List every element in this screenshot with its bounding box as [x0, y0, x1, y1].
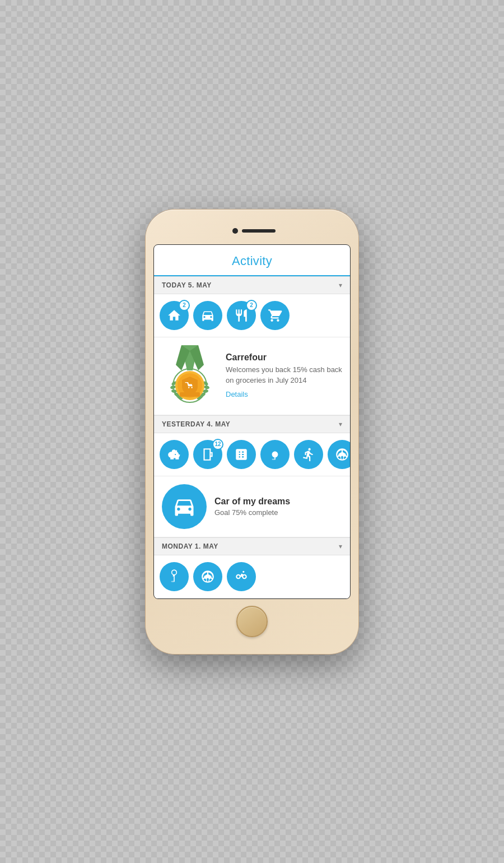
section-monday[interactable]: MONDAY 1. MAY ▾	[154, 537, 350, 555]
section-monday-chevron: ▾	[339, 542, 342, 550]
svg-rect-18	[180, 392, 200, 397]
section-today-label: TODAY 5. MAY	[162, 281, 212, 289]
reward-text: Carrefour Welcomes you back 15% cash bac…	[226, 352, 342, 398]
reward-card-carrefour: Carrefour Welcomes you back 15% cash bac…	[154, 337, 350, 415]
icon-cart[interactable]	[260, 301, 290, 330]
today-icon-row: 2 2	[154, 294, 350, 337]
section-yesterday-chevron: ▾	[339, 420, 342, 428]
svg-point-5	[170, 384, 176, 389]
icon-soccer[interactable]	[328, 440, 350, 469]
app-screen: Activity TODAY 5. MAY ▾ 2	[154, 245, 350, 598]
svg-point-17	[191, 387, 192, 388]
home-button[interactable]	[236, 606, 268, 637]
section-today-chevron: ▾	[339, 281, 342, 289]
yesterday-icon-row: 12	[154, 433, 350, 476]
icon-home[interactable]: 2	[160, 301, 189, 330]
phone-camera	[232, 228, 238, 234]
icon-restaurant[interactable]: 2	[227, 301, 256, 330]
svg-point-10	[203, 384, 209, 389]
goal-icon-car	[162, 484, 207, 529]
goal-subtitle: Goal 75% complete	[214, 508, 290, 517]
section-monday-label: MONDAY 1. MAY	[162, 542, 218, 550]
goal-text: Car of my dreams Goal 75% complete	[214, 497, 290, 517]
goal-card-car: Car of my dreams Goal 75% complete	[154, 476, 350, 537]
icon-bicycle-mon[interactable]	[227, 562, 256, 591]
app-header: Activity	[154, 245, 350, 276]
reward-title: Carrefour	[226, 352, 342, 363]
svg-point-16	[188, 387, 189, 388]
phone-screen: Activity TODAY 5. MAY ▾ 2	[153, 244, 351, 599]
svg-point-20	[171, 581, 175, 582]
icon-piggy[interactable]	[160, 440, 189, 469]
icon-restaurant-badge: 2	[246, 300, 257, 311]
medal-icon	[162, 345, 218, 407]
icon-home-badge: 2	[179, 300, 190, 311]
phone-top-bar	[153, 220, 351, 242]
icon-footsteps[interactable]	[294, 440, 323, 469]
phone-bottom	[153, 599, 351, 644]
monday-icon-row	[154, 555, 350, 598]
icon-golf-mon[interactable]	[160, 562, 189, 591]
app-title: Activity	[232, 254, 272, 268]
phone-frame: Activity TODAY 5. MAY ▾ 2	[146, 210, 358, 654]
phone-speaker	[242, 229, 276, 233]
icon-soccer-mon[interactable]	[193, 562, 222, 591]
svg-point-21	[172, 570, 177, 575]
goal-title: Car of my dreams	[214, 497, 290, 507]
section-today[interactable]: TODAY 5. MAY ▾	[154, 276, 350, 294]
reward-desc: Welcomes you back 15% cash back on groce…	[226, 365, 342, 385]
reward-details-link[interactable]: Details	[226, 390, 248, 398]
icon-beer-badge: 12	[212, 439, 223, 450]
medal-container	[162, 345, 218, 407]
svg-point-19	[272, 458, 276, 460]
section-yesterday[interactable]: YESTERDAY 4. MAY ▾	[154, 415, 350, 433]
icon-car[interactable]	[193, 301, 222, 330]
icon-golf[interactable]	[260, 440, 290, 469]
icon-calculator[interactable]	[227, 440, 256, 469]
icon-beer[interactable]: 12	[193, 440, 222, 469]
section-yesterday-label: YESTERDAY 4. MAY	[162, 420, 230, 428]
